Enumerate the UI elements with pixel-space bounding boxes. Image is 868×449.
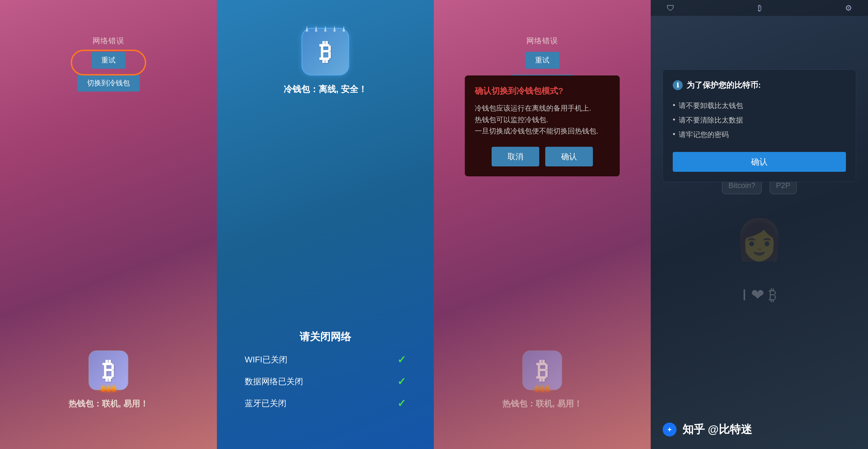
bitcoin-symbol-cold: ₿ [319,38,331,65]
panel3-bottom: ₿ 热钱包：联机, 易用！ [502,351,582,409]
flame-decoration-1 [101,384,116,392]
flame-piece [106,384,111,392]
wifi-label: WIFI已关闭 [245,354,287,365]
flame-piece [112,384,116,392]
flame-piece [535,384,539,392]
protection-list: 请不要卸载比太钱包 请不要清除比太数据 请牢记您的密码 [673,98,846,142]
flame-piece [546,384,550,392]
topbar: 🛡 ₿ ⚙ [651,0,868,16]
protection-item-3: 请牢记您的密码 [673,127,846,142]
hot-wallet-label-3: 热钱包：联机, 易用！ [502,398,582,409]
info-icon: ℹ [673,80,683,90]
data-network-check: ✓ [397,376,406,387]
cold-wallet-icon: ₿ [302,28,349,75]
cancel-button-3[interactable]: 取消 [492,147,539,166]
panel2-top: ₿ 冷钱包：离线, 安全！ [284,28,367,95]
switch-to-cold-button-1[interactable]: 切换到冷钱包 [77,75,140,92]
close-network-title: 请关闭网络 [241,330,410,344]
network-error-label-3: 网络错误 [526,36,558,46]
bluetooth-item: 蓝牙已关闭 ✓ [241,397,410,409]
dialog-title-3: 确认切换到冷钱包模式? [475,86,610,97]
wifi-check: ✓ [397,354,406,365]
bluetooth-check: ✓ [397,397,406,409]
cold-wallet-label: 冷钱包：离线, 安全！ [284,84,367,95]
shield-icon: 🛡 [666,4,675,12]
data-network-item: 数据网络已关闭 ✓ [241,376,410,387]
ice-spike [306,26,308,32]
panel-4: 🛡 ₿ ⚙ Bitcoin? P2P 👩 I ❤ ₿ ℹ 为了保护您的比特币: … [651,0,868,449]
ice-spike [315,26,317,32]
retry-button-3[interactable]: 重试 [525,52,559,69]
hot-wallet-label-1: 热钱包：联机, 易用！ [68,398,148,409]
protection-title-text: 为了保护您的比特币: [687,79,761,91]
zhihu-logo: + [662,423,677,437]
bluetooth-label: 蓝牙已关闭 [245,398,286,409]
confirm-dialog: 确认切换到冷钱包模式? 冷钱包应该运行在离线的备用手机上. 热钱包可以监控冷钱包… [465,75,620,177]
wifi-item: WIFI已关闭 ✓ [241,354,410,365]
flame-decoration-3 [535,384,550,392]
heart-bitcoin-text: I ❤ ₿ [742,286,777,304]
ice-decoration [302,26,348,32]
panel1-top: 网络错误 重试 切换到冷钱包 [77,36,140,92]
girl-figure: 👩 [730,200,789,280]
panel2-bottom: 请关闭网络 WIFI已关闭 ✓ 数据网络已关闭 ✓ 蓝牙已关闭 ✓ [229,330,422,409]
ice-spike [343,26,345,32]
footer: + 知乎 @比特迷 [662,422,752,437]
gear-icon: ⚙ [845,3,852,12]
ice-spike [333,26,336,32]
ice-spike [324,26,327,32]
data-network-label: 数据网络已关闭 [245,376,303,387]
bitcoin-symbol-1: ₿ [102,357,115,384]
retry-button-1[interactable]: 重试 [91,52,126,69]
dialog-buttons-3: 取消 确认 [475,147,610,166]
dialog-content-3: 冷钱包应该运行在离线的备用手机上. 热钱包可以监控冷钱包. 一旦切换成冷钱包便不… [475,102,610,137]
bitcoin-symbol-3: ₿ [536,357,548,384]
footer-text: 知乎 @比特迷 [682,422,752,437]
protection-item-2: 请不要清除比太数据 [673,113,846,127]
confirm-button-3[interactable]: 确认 [545,147,593,166]
bg-content: Bitcoin? P2P 👩 I ❤ ₿ [722,161,797,304]
protection-dialog-title: ℹ 为了保护您的比特币: [673,79,846,91]
network-error-label-1: 网络错误 [93,36,124,46]
confirm-button-4[interactable]: 确认 [673,152,846,172]
panel-1: 网络错误 重试 切换到冷钱包 ₿ 热钱包：联机, 易用！ [0,0,217,449]
protection-item-1: 请不要卸载比太钱包 [673,98,846,113]
bitcoin-icon: ₿ [758,4,762,12]
hot-wallet-icon-3: ₿ [522,351,562,390]
flame-piece [101,384,105,392]
panel1-bottom: ₿ 热钱包：联机, 易用！ [68,351,148,409]
hot-wallet-icon-1: ₿ [89,351,128,390]
panel-3: 网络错误 重试 切换到冷钱包 确认切换到冷钱包模式? 冷钱包应该运行在离线的备用… [434,0,651,449]
flame-piece [540,384,544,392]
panel-2: ₿ 冷钱包：离线, 安全！ 请关闭网络 WIFI已关闭 ✓ 数据网络已关闭 ✓ … [217,0,434,449]
protection-dialog: ℹ 为了保护您的比特币: 请不要卸载比太钱包 请不要清除比太数据 请牢记您的密码… [662,69,856,182]
